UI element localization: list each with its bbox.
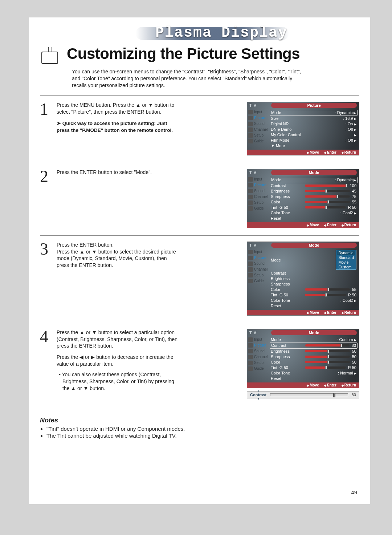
osd-slider[interactable] [305,288,350,291]
osd-titlebar: T V Mode [247,242,359,248]
mode-dropdown[interactable]: DynamicStandardMovieCustom [336,250,356,270]
footer-move: Move [307,150,319,154]
osd-row[interactable]: DNIe Demo: Off [270,127,358,132]
osd-row[interactable]: Reset [270,376,358,381]
osd-row[interactable]: My Color Control [270,132,358,138]
osd-row[interactable]: Tint G 50R 50 [270,292,358,298]
osd-row[interactable]: Color55 [270,199,358,205]
manual-page: Plasma Display Customizing the Picture S… [29,17,370,504]
osd-slider[interactable] [305,361,350,363]
osd-row[interactable]: Size: 16:9 [270,116,358,121]
osd-row[interactable]: Digital NR: On [270,121,358,127]
dropdown-item[interactable]: Dynamic [337,251,355,255]
osd-side-item[interactable]: Channel [248,355,268,359]
step-body: Press the ENTER button. Press the ▲ or ▼… [57,242,180,269]
osd-row-label: Color Tone [271,298,303,303]
osd-side-item[interactable]: Setup [248,361,268,365]
osd-row[interactable]: Mode: Dynamic [270,177,358,183]
osd-side-item[interactable]: Picture [248,343,268,348]
osd-side-item[interactable]: Sound [248,349,268,353]
osd-row[interactable]: Reset [270,303,358,309]
osd-row[interactable]: Brightness50 [270,349,358,354]
osd-content: Mode: DynamicSize: 16:9Digital NR: OnDNI… [269,109,359,150]
contrast-bar-value: 80 [352,393,356,397]
menu-icon [248,200,253,205]
osd-side-item[interactable]: Input [248,110,268,114]
osd-side-item[interactable]: Guide [248,279,268,283]
osd-row-label: Digital NR [271,122,303,126]
osd-row[interactable]: Brightness45 [270,189,358,194]
menu-icon [248,361,253,365]
osd-row[interactable]: Tint G 50R 50 [270,205,358,210]
osd-row[interactable]: Brightness [270,276,358,281]
osd-row[interactable]: Tint G 50R 50 [270,365,358,370]
osd-slider[interactable] [305,206,346,208]
osd-side-item[interactable]: Input [248,177,268,182]
osd-slider[interactable] [305,356,350,358]
osd-row[interactable]: Contrast80 [270,343,358,349]
osd-side-item[interactable]: Guide [248,139,268,143]
osd-menu-title: Mode [271,243,357,248]
osd-row-label: Size [271,116,303,121]
osd-row[interactable]: Mode: Custom [270,337,358,343]
osd-row[interactable]: Color50 [270,360,358,365]
dropdown-item[interactable]: Movie [337,260,355,264]
osd-tv-label: T V [249,331,257,335]
step-number: 4 [40,329,53,344]
osd-side-item[interactable]: Picture [248,256,268,260]
osd-row[interactable]: Sharpness [270,281,358,287]
osd-side-item[interactable]: Sound [248,189,268,193]
osd-side-item[interactable]: Picture [248,183,268,187]
dropdown-item[interactable]: Custom [337,265,355,269]
osd-side-item[interactable]: Setup [248,273,268,277]
osd-side-item[interactable]: Sound [248,262,268,266]
osd-slider[interactable] [305,350,350,352]
osd-row[interactable]: Sharpness75 [270,194,358,199]
footer-move: Move [307,383,319,387]
tv-icon [40,47,60,65]
osd-row[interactable]: Contrast100 [270,183,358,189]
osd-row-value: 75 [352,194,356,199]
osd-side-item[interactable]: Input [248,337,268,342]
osd-slider[interactable] [305,195,350,198]
osd-row-label: Contrast [271,343,303,348]
slider-thumb [327,349,329,353]
osd-side-item[interactable]: Channel [248,267,268,272]
osd-row[interactable]: ▼ More [270,143,358,149]
osd-slider[interactable] [305,190,350,192]
slider-thumb [336,195,338,198]
osd-side-item[interactable]: Channel [248,127,268,132]
osd-row-label: My Color Control [271,133,303,137]
dropdown-item[interactable]: Standard [337,255,355,260]
osd-side-item[interactable]: Setup [248,133,268,138]
osd-side-item[interactable]: Guide [248,366,268,371]
osd-row[interactable]: ModeDynamicStandardMovieCustom [270,250,358,271]
osd-row[interactable]: Reset [270,216,358,221]
osd-slider[interactable] [305,185,348,187]
osd-row[interactable]: Color55 [270,287,358,292]
osd-row[interactable]: Color Tone: Normal [270,370,358,376]
osd-slider[interactable] [305,294,346,296]
slider-thumb [327,200,329,204]
osd-row[interactable]: Color Tone: Cool2 [270,298,358,303]
osd-row[interactable]: Film Mode: Off [270,138,358,143]
osd-row-label: Brightness [271,349,303,353]
osd-footer: Move Enter Return [247,222,359,228]
intro-text: You can use the on-screen menus to chang… [72,68,304,89]
osd-slider[interactable] [305,201,350,203]
osd-row-value: 45 [352,189,356,193]
osd-side-item[interactable]: Setup [248,200,268,205]
osd-row[interactable]: Mode: Dynamic [270,110,358,116]
osd-side-item[interactable]: Input [248,250,268,254]
osd-row-value: : Custom [337,337,356,342]
osd-row[interactable]: Contrast [270,271,358,276]
page-number: 49 [351,489,357,495]
osd-side-item[interactable]: Picture [248,116,268,120]
osd-side-item[interactable]: Channel [248,195,268,199]
osd-slider[interactable] [305,366,346,369]
osd-side-item[interactable]: Guide [248,206,268,211]
osd-side-item[interactable]: Sound [248,122,268,126]
osd-row[interactable]: Sharpness50 [270,354,358,360]
osd-slider[interactable] [305,344,350,346]
osd-row[interactable]: Color Tone: Cool2 [270,210,358,216]
